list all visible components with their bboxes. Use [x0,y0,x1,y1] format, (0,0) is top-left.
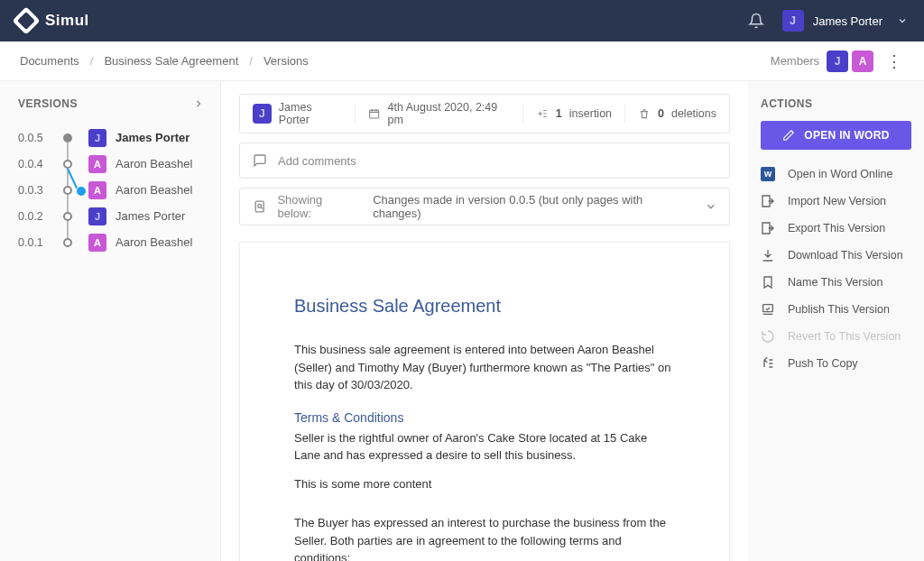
word-icon: W [761,167,775,181]
publish-icon [761,302,775,317]
open-in-word-button[interactable]: OPEN IN WORD [761,121,911,150]
chevron-right-icon[interactable] [193,98,204,109]
svg-rect-0 [370,110,379,118]
version-author-name: Aaron Beashel [116,235,192,249]
version-author-avatar: J [88,129,106,147]
chevron-down-icon [705,200,716,213]
doc-heading: Terms & Conditions [294,409,675,428]
version-author-avatar: A [88,234,106,252]
versions-sidebar: VERSIONS 0.0.5JJames Porter0.0.4AAaron B… [0,81,221,561]
action-push[interactable]: Push To Copy [761,350,911,377]
action-download[interactable]: Download This Version [761,242,911,269]
insertions-count: 1 [556,107,562,120]
version-row[interactable]: 0.0.1AAaron Beashel [18,229,209,255]
action-label: Download This Version [788,249,903,262]
notifications-icon[interactable] [748,13,764,29]
doc-paragraph: Seller is the rightful owner of Aaron's … [294,429,675,464]
import-icon [761,194,775,208]
actions-panel: ACTIONS OPEN IN WORD WOpen in Word Onlin… [748,81,924,561]
action-word[interactable]: WOpen in Word Online [761,161,911,188]
version-author-name: James Porter [116,209,185,223]
download-icon [761,248,775,262]
members-label: Members [771,54,819,68]
user-menu[interactable]: J James Porter [782,10,908,32]
revert-icon [761,329,775,344]
action-publish[interactable]: Publish This Version [761,296,911,323]
version-author-avatar: A [88,155,106,173]
open-in-word-label: OPEN IN WORD [804,129,889,142]
user-avatar: J [782,10,804,32]
member-avatar-j[interactable]: J [827,51,848,72]
insertions-label: insertion [569,107,612,120]
action-bookmark[interactable]: Name This Version [761,269,911,296]
action-label: Import New Version [788,195,886,207]
version-author-name: Aaron Beashel [116,183,192,197]
version-author-name: James Porter [116,131,189,144]
member-avatar-a[interactable]: A [852,51,873,72]
word-icon: W [761,167,775,181]
brand-logo[interactable]: Simul [16,11,89,31]
deletion-icon [638,107,651,120]
breadcrumb-versions[interactable]: Versions [263,54,309,68]
action-revert: Revert To This Version [761,323,911,350]
chevron-down-icon [897,15,908,26]
deletions-count: 0 [658,107,664,120]
version-number: 0.0.2 [18,210,54,223]
export-icon [761,221,775,235]
bookmark-icon [761,275,775,290]
breadcrumb-doc[interactable]: Business Sale Agreement [104,54,238,68]
action-label: Revert To This Version [788,330,901,343]
action-import[interactable]: Import New Version [761,188,911,215]
action-label: Export This Version [788,222,885,235]
doc-paragraph: This is some more content [294,475,675,493]
changes-label: Showing below: [277,193,356,220]
version-node-icon [63,238,72,247]
calendar-icon [368,107,380,120]
add-comments-input[interactable]: Add comments [239,143,730,179]
breadcrumb-documents[interactable]: Documents [20,54,79,68]
version-node-col [54,212,81,221]
version-node-icon [63,160,72,169]
version-author-avatar: A [88,181,106,199]
document-preview: Business Sale Agreement This business sa… [239,242,730,561]
version-node-col [54,160,81,169]
logo-icon [12,6,40,34]
doc-paragraph: This business sale agreement is entered … [294,341,675,394]
action-label: Push To Copy [788,357,858,370]
user-name: James Porter [813,14,882,28]
insertion-icon [536,107,549,120]
action-export[interactable]: Export This Version [761,215,911,242]
doc-title: Business Sale Agreement [294,292,675,319]
pencil-icon [782,129,795,142]
version-number: 0.0.5 [18,132,54,144]
action-label: Open in Word Online [788,168,893,180]
more-menu-icon[interactable]: ⋮ [886,51,904,71]
version-row[interactable]: 0.0.3AAaron Beashel [18,177,209,203]
version-date: 4th August 2020, 2:49 pm [388,101,510,126]
version-author-name: Aaron Beashel [116,157,192,170]
actions-title: ACTIONS [761,97,911,110]
doc-paragraph: The Buyer has expressed an interest to p… [294,514,675,561]
comments-placeholder: Add comments [278,154,356,168]
changes-text: Changes made in version 0.0.5 (but only … [373,193,682,220]
changes-selector[interactable]: Showing below: Changes made in version 0… [239,188,730,225]
version-node-icon [63,186,72,195]
sidebar-title: VERSIONS [18,97,78,110]
comment-icon [253,153,267,168]
action-label: Name This Version [788,276,882,289]
version-node-icon [63,212,72,221]
deletions-label: deletions [671,107,716,120]
version-row[interactable]: 0.0.4AAaron Beashel [18,151,209,177]
breadcrumb-bar: Documents / Business Sale Agreement / Ve… [0,41,924,81]
version-node-col [54,238,81,247]
app-header: Simul J James Porter [0,0,924,41]
brand-name: Simul [45,12,89,30]
author-name: James Porter [279,101,342,126]
author-avatar: J [253,104,272,124]
version-row[interactable]: 0.0.5JJames Porter [18,124,209,151]
version-number: 0.0.1 [18,236,54,249]
find-changes-icon [253,199,266,214]
version-row[interactable]: 0.0.2JJames Porter [18,203,209,229]
push-icon [761,356,775,371]
members-avatars[interactable]: J A [827,51,873,72]
